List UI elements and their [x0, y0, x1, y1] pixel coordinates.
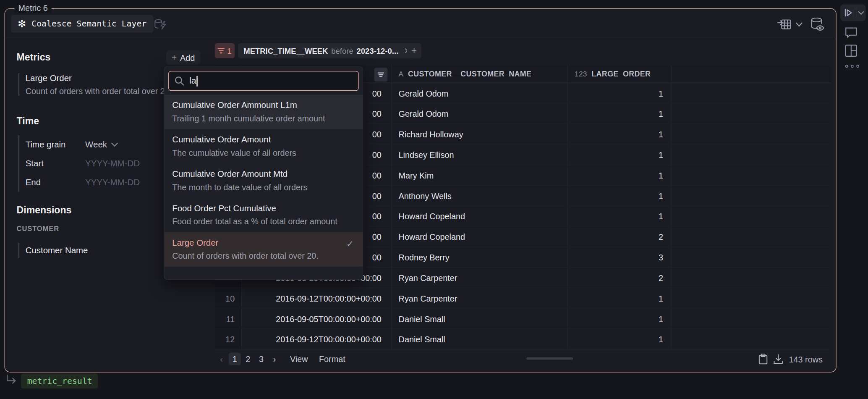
time-section-title: Time: [17, 115, 39, 127]
metric-option-title: Food Order Pct Cumulative: [172, 203, 355, 213]
large-order-cell: 1: [568, 309, 672, 328]
view-menu-button[interactable]: View: [290, 354, 308, 363]
metric-option-description: Trailing 1 month cumulative order amount: [172, 113, 355, 123]
row-index-cell: 12: [215, 329, 242, 349]
prev-page-button[interactable]: ‹: [215, 352, 227, 365]
end-date-input[interactable]: YYYY-MM-DD: [85, 177, 140, 187]
start-date-input[interactable]: YYYY-MM-DD: [85, 158, 140, 168]
customer-name-cell: Anthony Wells: [392, 186, 568, 205]
output-variable-badge[interactable]: metric_result: [21, 373, 98, 388]
metric-option[interactable]: Cumulative Order Amount MtdThe month to …: [165, 163, 363, 198]
end-date-row: End YYYY-MM-DD: [26, 173, 140, 192]
start-label: Start: [26, 158, 85, 168]
large-order-cell: 1: [568, 186, 672, 205]
chevron-down-icon: [112, 142, 118, 147]
source-badge-label: Coalesce Semantic Layer: [31, 19, 146, 29]
table-row[interactable]: 122016-09-12T00:00:00+00:00Daniel Small1: [215, 329, 831, 350]
column-name: LARGE_ORDER: [591, 70, 651, 78]
empty-cell: [672, 329, 831, 349]
metric-options-list: Cumulative Order Ammount L1mTrailing 1 m…: [165, 95, 363, 267]
row-index-cell: 10: [215, 288, 242, 308]
large-order-cell: 2: [568, 227, 672, 247]
time-grain-select[interactable]: Week: [85, 139, 118, 150]
large-order-cell: 1: [568, 104, 672, 123]
customer-name-cell: Daniel Small: [392, 329, 568, 349]
database-preview-icon[interactable]: [809, 17, 826, 32]
filter-chip[interactable]: METRIC_TIME__WEEK before 2023-12-0... ✕: [238, 43, 416, 58]
add-filter-button[interactable]: +: [407, 43, 421, 58]
large-order-cell: 3: [568, 247, 672, 267]
run-cell-button-group: [840, 5, 866, 21]
page-button-1[interactable]: 1: [229, 352, 241, 365]
metric-option-description: Count of orders with order total over 20…: [172, 251, 355, 260]
chevron-down-icon[interactable]: [795, 22, 803, 27]
metric-option[interactable]: Large OrderCount of orders with order to…: [165, 232, 363, 267]
add-metric-button[interactable]: + Add: [166, 50, 201, 65]
empty-cell: [672, 144, 831, 164]
customer-name-cell: Ryan Carpenter: [392, 288, 568, 308]
comment-icon[interactable]: [845, 26, 858, 38]
run-cell-button[interactable]: [840, 8, 856, 18]
page-button-2[interactable]: 2: [242, 352, 254, 365]
metric-option-title: Cumulative Order Ammount L1m: [172, 100, 355, 110]
customer-name-cell: Mary Kim: [392, 165, 568, 185]
header-divider: [5, 37, 836, 37]
metric-option[interactable]: Food Order Pct CumulativeFood order tota…: [165, 198, 363, 232]
metric-option[interactable]: Cumulative Order Ammount L1mTrailing 1 m…: [165, 95, 363, 129]
metrics-section-title: Metrics: [17, 52, 51, 63]
filter-field: METRIC_TIME__WEEK: [243, 46, 328, 55]
empty-column-header: [672, 66, 831, 83]
table-row[interactable]: 102016-09-12T00:00:00+00:00Ryan Carpente…: [215, 288, 831, 309]
empty-cell: [672, 268, 831, 287]
metric-option-description: Food order total as a % of total order a…: [172, 217, 355, 226]
table-footer: ‹ 1 2 3 › View Format 143 rows: [215, 350, 831, 368]
search-text: la: [189, 76, 196, 86]
metric-option-title: Large Order: [172, 238, 355, 248]
end-label: End: [26, 177, 85, 187]
output-arrow-icon: [5, 375, 18, 386]
large-order-cell: 1: [568, 329, 672, 349]
table-import-icon[interactable]: [777, 18, 793, 31]
customer-name-cell: Lindsey Ellison: [392, 144, 568, 164]
column-header-large-order[interactable]: 123 LARGE_ORDER: [568, 66, 672, 83]
horizontal-scrollbar[interactable]: [526, 357, 573, 360]
download-icon[interactable]: [774, 354, 784, 364]
plus-icon: +: [172, 52, 177, 63]
dimension-list-item[interactable]: Customer Name: [18, 243, 88, 258]
metric-option-title: Cumulative Order Amount Mtd: [172, 169, 355, 179]
column-filter-active-icon[interactable]: [374, 68, 388, 81]
start-date-row: Start YYYY-MM-DD: [26, 154, 140, 173]
large-order-cell: 1: [568, 165, 672, 185]
copy-icon[interactable]: [758, 354, 768, 365]
metric-time-cell: 2016-09-12T00:00:00+00:00: [242, 329, 392, 349]
time-grain-row: Time grain Week: [26, 135, 140, 154]
customer-name-cell: Howard Copeland: [392, 206, 568, 226]
layout-icon[interactable]: [845, 45, 858, 57]
semantic-layer-source-badge[interactable]: ✻ Coalesce Semantic Layer: [11, 15, 153, 33]
run-options-button[interactable]: [856, 11, 865, 15]
customer-name-cell: Gerald Odom: [392, 104, 568, 123]
empty-cell: [672, 83, 831, 103]
page-button-3[interactable]: 3: [255, 352, 267, 365]
row-index-cell: 11: [215, 309, 242, 328]
column-header-customer-name[interactable]: A CUSTOMER__CUSTOMER_NAME: [392, 66, 568, 83]
edit-source-icon[interactable]: [154, 18, 167, 31]
number-type-icon: 123: [575, 70, 587, 78]
empty-cell: [672, 165, 831, 185]
next-page-button[interactable]: ›: [269, 352, 281, 365]
dimension-group-label: CUSTOMER: [17, 225, 59, 233]
filter-count-badge[interactable]: 1: [215, 43, 235, 58]
format-menu-button[interactable]: Format: [319, 354, 345, 363]
more-options-icon[interactable]: [845, 65, 859, 68]
empty-cell: [672, 309, 831, 328]
metric-search-dropdown: la Cumulative Order Ammount L1mTrailing …: [164, 66, 363, 280]
metric-option[interactable]: Cumulative Order AmountThe cumulative va…: [165, 129, 363, 163]
notebook-canvas: Metric 6 ✻ Coalesce Semantic Layer Metri…: [0, 0, 868, 399]
search-icon: [174, 76, 184, 86]
table-row[interactable]: 112016-09-05T00:00:00+00:00Daniel Small1: [215, 309, 831, 329]
customer-name-cell: Howard Copeland: [392, 227, 568, 247]
metric-option-title: Cumulative Order Amount: [172, 135, 355, 145]
metric-search-input[interactable]: la: [168, 71, 359, 91]
dimensions-section-title: Dimensions: [17, 205, 72, 216]
customer-name-cell: Daniel Small: [392, 309, 568, 328]
